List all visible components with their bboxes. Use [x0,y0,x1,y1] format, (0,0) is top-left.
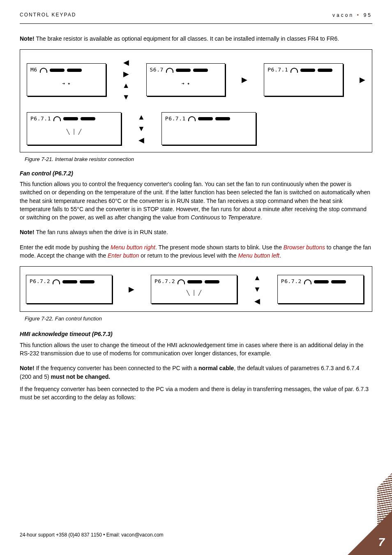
display-label: P6.7.1 [30,115,51,123]
note-label: Note! [20,365,35,371]
display-box: P6.7.1 ╲ │ ╱ [27,112,121,145]
para-text: to [220,214,228,221]
footer-text: 24-hour support +358 (0)40 837 1150 • Em… [20,532,164,539]
italic-word: Continuous [191,214,220,221]
nav-arrows: ▶ [360,74,365,85]
bar-icon [331,280,346,283]
hmi-description: This function allows the user to change … [20,341,372,358]
figure-caption-1: Figure 7-21. Internal brake resistor con… [25,156,372,164]
arrow-up-icon: ▲ [138,112,145,122]
para-text: . The present mode shown starts to blink… [155,244,284,251]
italic-word: Temperature [228,214,261,221]
brand-text: vacon [332,12,354,18]
para-text: Enter the edit mode by pushing the [20,244,111,251]
link-menu-right[interactable]: Menu button right [111,244,155,251]
note-body: The brake resistor is available as optio… [35,35,339,42]
nav-arrows: ▶ [242,74,247,85]
bar-icon [215,117,230,120]
display-box: P6.7.2 ╲ │ ╱ [151,275,237,304]
bar-icon [187,280,202,283]
page-header: CONTROL KEYPAD vacon • 95 [0,0,392,22]
content-area: Note! The brake resistor is available as… [0,24,392,402]
edit-mode-para: Enter the edit mode by pushing the Menu … [20,243,372,260]
para-text: or return to the previous level with the [139,252,238,259]
figure-row-1: M6 ➔ ✦ ◀ ▶ ▲ ▼ S6.7 [27,57,365,102]
arrow-left-icon: ◀ [123,57,129,68]
link-enter-button[interactable]: Enter button [108,252,139,259]
bar-icon [63,117,78,120]
nav-arrows: ▲ ▼ ◀ [138,112,145,145]
bar-icon [205,280,219,283]
nav-arrows: ▲ ▼ ◀ [254,272,261,306]
note-label: Note! [20,229,35,235]
arrow-up-icon: ▲ [122,80,130,91]
arc-icon [188,116,196,121]
tick-icon: ╲ │ ╱ [187,290,201,297]
bar-icon [67,69,82,72]
header-left: CONTROL KEYPAD [20,12,76,19]
arrow-up-icon: ▲ [254,272,261,283]
display-label: P6.7.1 [165,115,186,123]
arc-icon [40,68,47,73]
arrow-right-icon: ➔ [182,80,184,87]
display-label: P6.7.2 [30,278,50,286]
display-box: S6.7 ➔ ✦ [146,63,226,96]
bar-icon [80,280,95,283]
arrow-down-icon: ▼ [254,284,261,295]
section-heading-fan: Fan control (P6.7.2) [20,169,372,177]
display-box: P6.7.1 [161,112,256,145]
note-para-3: Note! If the frequency converter has bee… [20,364,372,381]
modem-para: If the frequency converter has been conn… [20,385,372,402]
tick-icon: ╲ │ ╱ [67,129,81,136]
display-label: P6.7.2 [154,278,175,286]
arrow-right-icon: ➔ [62,80,65,87]
para-text: . [279,252,281,259]
page-footer: 24-hour support +358 (0)40 837 1150 • Em… [20,532,392,539]
display-box: P6.7.2 [277,275,364,304]
display-label: M6 [30,66,37,74]
fan-description: This function allows you to control the … [20,180,372,221]
plus-icon: ✦ [187,80,190,87]
bar-icon [314,280,329,283]
note-para-1: Note! The brake resistor is available as… [20,35,372,43]
arrow-right-icon: ▶ [242,74,247,85]
arc-icon [304,279,311,284]
link-menu-left[interactable]: Menu button left [238,252,279,259]
figure-row: P6.7.2 ▶ P6.7.2 ╲ │ ╱ [26,272,366,306]
section-heading-hmi: HMI acknowledge timeout (P6.7.3) [20,330,372,338]
arrow-down-icon: ▼ [138,123,145,134]
figure-caption-2: Figure 7-22. Fan control function [25,315,372,323]
arrow-right-icon: ▶ [129,284,134,295]
display-label: P6.7.1 [267,66,288,74]
page-number-corner: 7 [378,534,385,551]
display-box: P6.7.2 [26,275,112,304]
note-body: The fan runs always when the drive is in… [35,229,168,235]
figure-row-2: P6.7.1 ╲ │ ╱ ▲ ▼ ◀ P6.7.1 [27,112,365,145]
display-label: P6.7.2 [281,278,302,286]
bold-text: normal cable [198,365,234,371]
bar-icon [198,117,213,120]
bar-icon [300,69,315,72]
display-label: S6.7 [150,66,164,74]
arc-icon [53,279,60,284]
arrow-left-icon: ◀ [138,135,144,145]
bar-icon [81,117,95,120]
bold-text: must not be changed. [51,373,111,380]
link-browser-buttons[interactable]: Browser buttons [284,244,325,251]
display-box: P6.7.1 [264,63,343,96]
arc-icon [166,68,173,73]
bar-icon [318,69,332,72]
figure-7-22: P6.7.2 ▶ P6.7.2 ╲ │ ╱ [20,266,372,311]
arrow-down-icon: ▼ [122,92,130,102]
bullet-icon: • [357,12,363,18]
note-label: Note! [20,35,35,42]
header-right: vacon • 95 [332,12,372,19]
display-box: M6 ➔ ✦ [27,63,106,96]
nav-arrows: ▶ [129,284,134,295]
bar-icon [176,69,191,72]
page-num-header: 95 [364,12,372,18]
para-text: . [261,214,262,221]
arrow-right-icon: ▶ [123,69,129,79]
note-para-2: Note! The fan runs always when the drive… [20,228,372,236]
arrow-right-icon: ▶ [360,74,365,85]
